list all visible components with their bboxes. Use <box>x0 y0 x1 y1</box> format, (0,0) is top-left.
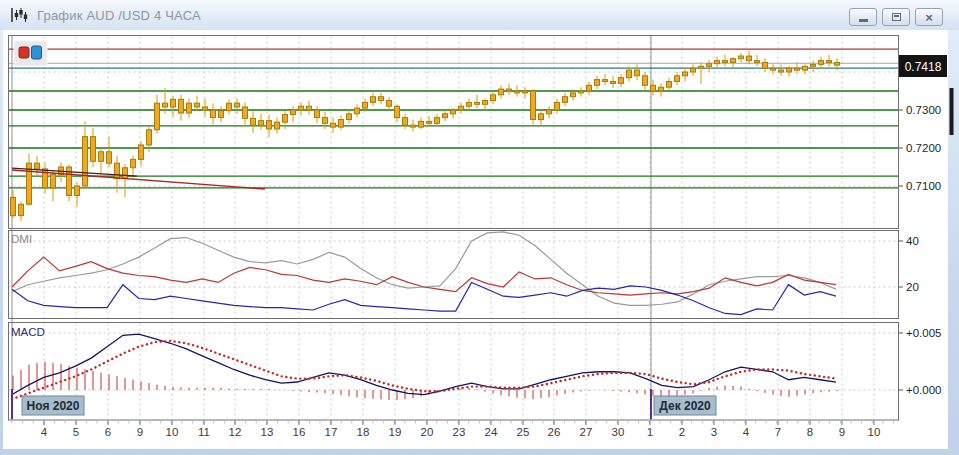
price-axis-label: 40 <box>906 235 919 247</box>
x-axis-label: 9 <box>137 426 143 438</box>
x-axis-label: 1 <box>647 426 653 438</box>
month-badge-dec: Дек 2020 <box>654 396 716 415</box>
chart-window: 4569101112131617181920232425262730123478… <box>0 0 959 455</box>
scrollbar-thumb[interactable] <box>950 88 954 135</box>
chart-icon <box>9 5 29 25</box>
candle <box>531 89 536 124</box>
close-button[interactable]: × <box>915 8 943 26</box>
price-axis-label: 0.7100 <box>906 180 941 192</box>
x-axis-label: 9 <box>839 426 845 438</box>
x-axis-label: 5 <box>73 426 79 438</box>
close-icon: × <box>925 11 933 24</box>
x-axis-label: 11 <box>198 426 210 438</box>
x-axis-label: 2 <box>679 426 685 438</box>
red-square-button[interactable] <box>19 47 29 58</box>
price-axis-label: +0.000 <box>906 384 942 396</box>
x-axis-label: 12 <box>229 426 242 438</box>
x-axis-label: 30 <box>612 426 625 438</box>
chart-toolbar <box>14 41 47 66</box>
x-axis-label: 20 <box>421 426 434 438</box>
restore-icon <box>892 13 901 21</box>
x-axis-label: 4 <box>743 426 750 438</box>
x-axis-label: 24 <box>485 426 498 438</box>
x-axis-label: 8 <box>807 426 813 438</box>
month-badge-nov-label: Ноя 2020 <box>27 399 80 413</box>
restore-button[interactable] <box>882 8 910 26</box>
x-axis-label: 16 <box>293 426 306 438</box>
x-axis-label: 26 <box>548 426 561 438</box>
x-axis-label: 10 <box>868 426 881 438</box>
x-axis-label: 18 <box>357 426 370 438</box>
window-controls: × <box>849 8 943 26</box>
x-axis-label: 4 <box>41 426 48 438</box>
x-axis-label: 17 <box>325 426 338 438</box>
month-badge-dec-label: Дек 2020 <box>659 399 711 413</box>
x-axis-label: 19 <box>389 426 402 438</box>
minimize-button[interactable] <box>849 8 877 26</box>
dmi-panel-label: DMI <box>11 233 32 245</box>
current-price-tag: 0.7418 <box>899 55 947 77</box>
price-axis-label: 20 <box>906 281 919 293</box>
candle <box>67 165 72 201</box>
x-axis-label: 6 <box>105 426 111 438</box>
current-price-value: 0.7418 <box>905 60 942 74</box>
x-axis-label: 27 <box>580 426 593 438</box>
x-axis-label: 25 <box>517 426 530 438</box>
x-axis-label: 13 <box>261 426 274 438</box>
macd-panel-label: MACD <box>11 326 45 338</box>
month-badge-nov: Ноя 2020 <box>22 396 84 415</box>
window-title: График AUD /USD 4 ЧАСА <box>37 8 201 23</box>
blue-square-button[interactable] <box>32 46 42 59</box>
price-axis-label: +0.005 <box>906 327 942 339</box>
x-axis-label: 10 <box>166 426 179 438</box>
x-axis-label: 3 <box>711 426 717 438</box>
title-bar: График AUD /USD 4 ЧАСА × <box>0 0 959 30</box>
minimize-icon <box>859 19 868 22</box>
price-axis-label: 0.7300 <box>906 104 941 116</box>
x-axis-label: 7 <box>775 426 781 438</box>
chart-canvas: 4569101112131617181920232425262730123478… <box>0 0 959 455</box>
price-axis-label: 0.7200 <box>906 142 941 154</box>
x-axis-label: 23 <box>453 426 466 438</box>
